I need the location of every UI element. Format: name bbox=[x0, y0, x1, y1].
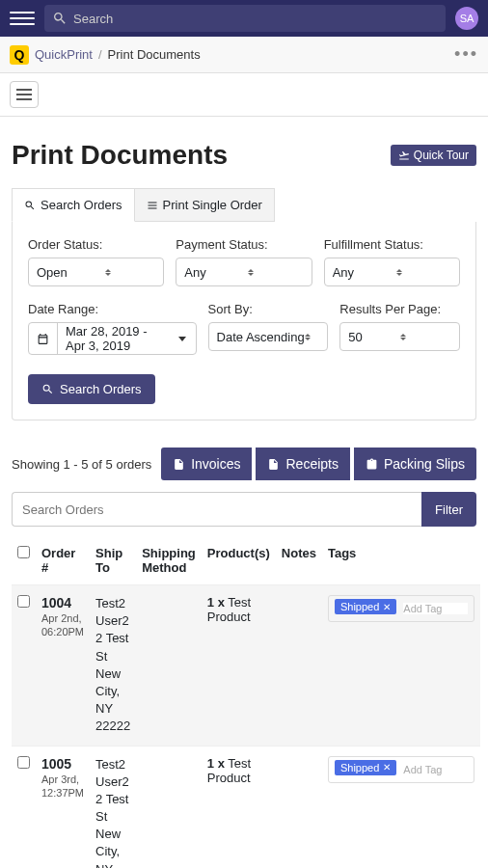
tag-remove-icon[interactable]: ✕ bbox=[383, 762, 391, 773]
app-logo: Q bbox=[10, 45, 29, 65]
clipboard-icon bbox=[366, 458, 378, 471]
topbar: SA bbox=[0, 0, 488, 37]
add-tag-input[interactable] bbox=[403, 603, 468, 614]
file-icon bbox=[267, 458, 280, 471]
orders-table: Order # Ship To Shipping Method Product(… bbox=[12, 536, 480, 868]
breadcrumb-bar: Q QuickPrint / Print Documents ••• bbox=[0, 37, 488, 73]
invoices-button[interactable]: Invoices bbox=[161, 448, 252, 480]
tab-print-single[interactable]: Print Single Order bbox=[135, 188, 275, 222]
tab-search-orders[interactable]: Search Orders bbox=[12, 188, 135, 222]
quick-tour-button[interactable]: Quick Tour bbox=[391, 145, 476, 166]
product: 1 x Test Product bbox=[202, 585, 276, 746]
search-orders-input[interactable] bbox=[12, 492, 421, 527]
search-icon bbox=[41, 383, 54, 395]
more-actions-icon[interactable]: ••• bbox=[454, 44, 478, 65]
receipts-button[interactable]: Receipts bbox=[256, 448, 349, 480]
document-buttons: Invoices Receipts Packing Slips bbox=[161, 448, 476, 480]
shipping-method bbox=[136, 585, 202, 746]
col-products: Product(s) bbox=[202, 536, 276, 585]
filter-panel: Order Status: Open Payment Status: Any F… bbox=[12, 222, 476, 420]
order-date: Apr 3rd, bbox=[41, 773, 84, 785]
avatar[interactable]: SA bbox=[455, 7, 478, 30]
filter-button[interactable]: Filter bbox=[421, 492, 476, 527]
table-row: 1005Apr 3rd,12:37PM Test2User22 Test StN… bbox=[12, 746, 480, 868]
caret-down-icon bbox=[169, 337, 196, 341]
select-all-checkbox[interactable] bbox=[17, 546, 30, 558]
notes bbox=[276, 746, 322, 868]
hamburger-icon[interactable] bbox=[10, 6, 35, 31]
order-time: 12:37PM bbox=[41, 787, 84, 799]
row-checkbox[interactable] bbox=[17, 756, 30, 769]
order-time: 06:20PM bbox=[41, 626, 84, 637]
list-icon bbox=[147, 200, 158, 211]
order-status-select[interactable]: Open bbox=[28, 258, 164, 286]
calendar-icon bbox=[29, 323, 58, 354]
fulfillment-status-label: Fulfillment Status: bbox=[324, 237, 460, 252]
col-order-num: Order # bbox=[36, 536, 90, 585]
col-notes: Notes bbox=[276, 536, 322, 585]
packing-slips-button[interactable]: Packing Slips bbox=[354, 448, 476, 480]
col-tags: Tags bbox=[322, 536, 480, 585]
results-per-page-select[interactable]: 50 bbox=[339, 322, 460, 351]
ship-to: Test2User22 Test StNew City,NY 22222 bbox=[90, 746, 136, 868]
tags-field[interactable]: Shipped ✕ bbox=[328, 595, 474, 622]
search-orders-button[interactable]: Search Orders bbox=[28, 374, 155, 404]
tag-badge: Shipped ✕ bbox=[335, 760, 396, 775]
order-number[interactable]: 1004 bbox=[41, 595, 71, 610]
tag-remove-icon[interactable]: ✕ bbox=[383, 602, 391, 612]
page-title: Print Documents bbox=[12, 140, 228, 171]
fulfillment-status-select[interactable]: Any bbox=[324, 258, 460, 286]
breadcrumb: Q QuickPrint / Print Documents bbox=[10, 45, 201, 65]
results-summary: Showing 1 - 5 of 5 orders bbox=[12, 457, 151, 472]
sort-by-select[interactable]: Date Ascending bbox=[208, 322, 329, 351]
notes bbox=[276, 585, 322, 746]
table-row: 1004Apr 2nd,06:20PM Test2User22 Test StN… bbox=[12, 585, 480, 746]
date-range-label: Date Range: bbox=[28, 302, 197, 316]
order-number[interactable]: 1005 bbox=[41, 756, 71, 772]
search-icon bbox=[52, 11, 68, 26]
col-ship-to: Ship To bbox=[90, 536, 136, 585]
breadcrumb-separator: / bbox=[98, 47, 102, 62]
shipping-method bbox=[136, 746, 202, 868]
plane-icon bbox=[398, 149, 410, 161]
date-range-picker[interactable]: Mar 28, 2019 - Apr 3, 2019 bbox=[28, 322, 197, 355]
col-shipping-method: Shipping Method bbox=[136, 536, 202, 585]
tag-badge: Shipped ✕ bbox=[335, 599, 396, 614]
row-checkbox[interactable] bbox=[17, 595, 30, 608]
table-header-row: Order # Ship To Shipping Method Product(… bbox=[12, 536, 480, 585]
results-per-page-label: Results Per Page: bbox=[339, 302, 460, 316]
add-tag-input[interactable] bbox=[403, 764, 468, 775]
order-date: Apr 2nd, bbox=[41, 612, 84, 624]
payment-status-select[interactable]: Any bbox=[176, 258, 312, 286]
nav-toggle-row bbox=[0, 73, 488, 117]
global-search-input[interactable] bbox=[73, 12, 438, 26]
ship-to: Test2User22 Test StNew City,NY 22222 bbox=[90, 585, 136, 746]
breadcrumb-app[interactable]: QuickPrint bbox=[35, 47, 93, 62]
payment-status-label: Payment Status: bbox=[176, 237, 312, 252]
global-search[interactable] bbox=[44, 5, 446, 32]
sort-by-label: Sort By: bbox=[208, 302, 329, 316]
tags-field[interactable]: Shipped ✕ bbox=[328, 756, 474, 783]
file-icon bbox=[173, 458, 185, 471]
search-icon bbox=[24, 200, 36, 211]
nav-toggle-icon[interactable] bbox=[10, 81, 39, 108]
product: 1 x Test Product bbox=[202, 746, 276, 868]
breadcrumb-page: Print Documents bbox=[108, 47, 201, 62]
tabs: Search Orders Print Single Order bbox=[12, 188, 476, 222]
order-status-label: Order Status: bbox=[28, 237, 164, 252]
